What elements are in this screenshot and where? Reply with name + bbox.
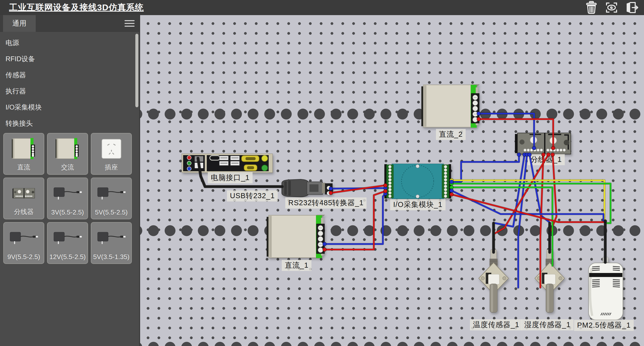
adapter-device-icon [91,180,131,206]
device-label-pm25: PM2.5传感器_1 [574,320,634,331]
sidebar-item-3[interactable]: 执行器 [0,83,139,99]
topbar-actions [584,1,639,14]
palette-card-6[interactable]: 9V(5.5-2.5) [3,222,44,264]
palette-card-label: 分线器 [4,207,44,216]
adapter-device-icon [48,180,88,206]
palette-card-5[interactable]: 5V(5.5-2.5) [91,178,132,219]
device-io1[interactable] [384,164,451,200]
palette-card-label: 5V(5.5-2.5) [91,209,131,216]
palette-card-label: 交流 [48,163,88,172]
device-hum1[interactable] [533,248,566,321]
palette-card-8[interactable]: 5V(3.5-1.35) [91,222,132,264]
device-pc1[interactable] [182,154,273,174]
trash-icon[interactable] [584,1,599,14]
sidebar-item-2[interactable]: 传感器 [0,67,139,83]
category-menu: 电源RFID设备传感器执行器I/O采集模块转换接头 [0,32,139,131]
exit-icon[interactable] [624,1,639,14]
palette-card-2[interactable]: 插座 [91,133,132,175]
palette-card-label: 12V(5.5-2.5) [48,253,88,261]
palette-card-label: 5V(3.5-1.35) [91,253,131,261]
palette-card-label: 插座 [91,163,131,172]
palette-card-label: 3V(5.5-2.5) [48,209,88,216]
device-palette-sidebar: 通用 电源RFID设备传感器执行器I/O采集模块转换接头 直流 交流 插座 [0,15,140,346]
device-dc1[interactable] [267,215,325,260]
device-dc2[interactable] [421,84,480,130]
palette-card-7[interactable]: 12V(5.5-2.5) [47,222,88,264]
adapter-device-icon [91,225,131,251]
device-label-dc2: 直流_2 [436,129,466,140]
palette-card-label: 9V(5.5-2.5) [4,253,44,261]
device-label-temp1: 温度传感器_1 [470,319,522,330]
device-label-hum1: 湿度传感器_1 [521,319,574,330]
device-rs485[interactable] [281,179,333,198]
menu-scrollbar[interactable] [135,34,138,107]
adapter-device-icon [4,225,44,251]
socket-device-icon [91,135,131,162]
device-label-usb232: USB转232_1 [227,190,278,201]
device-label-io1: I/O采集模块_1 [390,199,446,210]
view-eye-icon[interactable] [604,1,619,14]
palette-card-3[interactable]: 分线器 [3,178,44,219]
palette-card-1[interactable]: 交流 [47,133,88,175]
dc-device-icon [4,135,44,162]
app-title: 工业互联网设备及接线3D仿真系统 [9,2,144,13]
device-splitter1[interactable] [515,132,572,156]
device-layer: 直流_2 分线器_1 [140,15,644,346]
palette-tab-row: 通用 [0,15,139,32]
sidebar-item-4[interactable]: I/O采集模块 [0,99,139,115]
device-label-splitter1: 分线器_1 [528,154,565,165]
wiring-canvas[interactable]: 直流_2 分线器_1 [140,15,644,346]
tab-general[interactable]: 通用 [3,15,36,32]
sidebar-item-5[interactable]: 转换接头 [0,115,139,131]
palette-card-label: 直流 [4,163,44,172]
palette-card-4[interactable]: 3V(5.5-2.5) [47,178,88,219]
palette-card-0[interactable]: 直流 [3,133,44,175]
device-label-dc1: 直流_1 [282,260,311,271]
menu-hamburger-icon[interactable] [125,20,135,28]
device-temp1[interactable] [477,248,510,321]
splitter-device-icon [4,180,44,206]
sidebar-item-1[interactable]: RFID设备 [0,51,139,67]
device-label-pc1: 电脑接口_1 [208,172,253,183]
device-pm25[interactable] [588,257,624,321]
device-label-rs485: RS232转485转换器_1 [285,197,367,209]
adapter-device-icon [48,225,88,251]
dc-device-icon [48,135,88,162]
title-bar: 工业互联网设备及接线3D仿真系统 [0,0,644,15]
sidebar-item-0[interactable]: 电源 [0,35,139,51]
palette-cards: 直流 交流 插座 分线器 3V(5.5-2.5) [0,131,139,264]
